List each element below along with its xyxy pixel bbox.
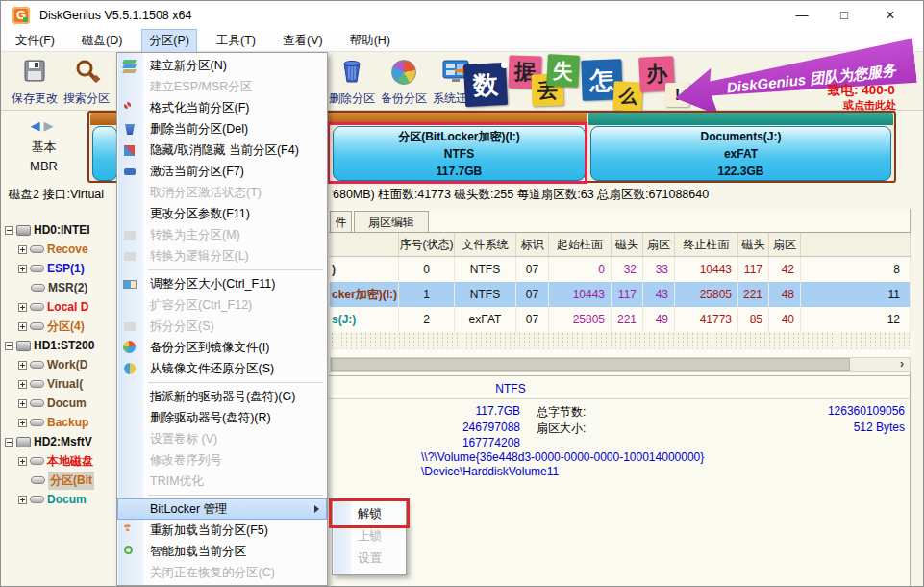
menubar-view[interactable]: 查看(V) bbox=[276, 30, 330, 52]
free-space-row[interactable] bbox=[330, 332, 911, 349]
tree-item-esp[interactable]: ESP(1) bbox=[18, 259, 120, 278]
ad-tile: 么 bbox=[612, 81, 643, 112]
tree-item-recovery[interactable]: Recove bbox=[18, 240, 120, 259]
table-row-selected[interactable]: cker加密)(I:) 1 NTFS 07 10443 117 43 25805… bbox=[330, 282, 911, 307]
app-logo-icon: G bbox=[12, 7, 30, 24]
menu-item-smart-load[interactable]: 智能加载当前分区 bbox=[117, 541, 327, 562]
close-button[interactable]: × bbox=[874, 5, 907, 26]
partition-icon bbox=[30, 245, 44, 253]
save-changes-button[interactable]: 保存更改 bbox=[9, 55, 61, 109]
menubar-partition[interactable]: 分区(P) bbox=[142, 30, 196, 52]
menu-item-delete[interactable]: 删除当前分区(Del) bbox=[117, 118, 327, 140]
expand-icon[interactable] bbox=[18, 419, 27, 427]
expand-icon[interactable] bbox=[18, 245, 27, 254]
tree-item-hd2[interactable]: HD2:MsftV bbox=[5, 432, 120, 451]
tree-item-hd0[interactable]: HD0:INTEI bbox=[5, 220, 120, 240]
partition-icon bbox=[30, 399, 44, 407]
menubar-file[interactable]: 文件(F) bbox=[9, 30, 62, 52]
partition-block-documents[interactable]: Documents(J:) exFAT 122.3GB bbox=[590, 126, 891, 181]
horizontal-scrollbar[interactable]: › bbox=[330, 357, 911, 372]
menu-item-new-partition[interactable]: 建立新分区(N) bbox=[117, 55, 327, 76]
hide-icon bbox=[122, 142, 137, 158]
menu-item-restore-image[interactable]: 从镜像文件还原分区(S) bbox=[117, 358, 327, 379]
next-disk-icon[interactable]: ▶ bbox=[44, 118, 58, 133]
expand-icon[interactable] bbox=[18, 380, 27, 389]
collapse-icon[interactable] bbox=[5, 226, 13, 235]
disk-nav-box: ◀▶ 基本 MBR bbox=[1, 111, 87, 186]
expand-icon[interactable] bbox=[18, 303, 27, 312]
menu-item-assign-letter[interactable]: 指派新的驱动器号(盘符)(G) bbox=[117, 386, 327, 407]
partition-icon bbox=[31, 284, 45, 292]
tree-item-docum2[interactable]: Docum bbox=[18, 490, 120, 509]
partition-icon bbox=[30, 322, 44, 330]
col-end-head: 磁头 bbox=[738, 233, 769, 256]
delete-partition-button[interactable]: 删除分区 bbox=[326, 55, 378, 109]
tree-item-work[interactable]: Work(D bbox=[18, 355, 120, 374]
expand-icon[interactable] bbox=[18, 361, 27, 370]
scroll-right-icon[interactable]: › bbox=[894, 358, 910, 371]
expand-icon[interactable] bbox=[18, 265, 27, 273]
menu-item-reload[interactable]: 重新加载当前分区(F5) bbox=[117, 520, 327, 541]
details-device-path: \Device\HarddiskVolume11 bbox=[421, 465, 559, 478]
partition-name: Documents(J:) bbox=[591, 128, 890, 145]
prev-disk-icon[interactable]: ◀ bbox=[31, 118, 44, 133]
tree-item-msr[interactable]: MSR(2) bbox=[31, 278, 120, 297]
details-volume-guid: \\?\Volume{36e448d3-0000-0000-0000-10001… bbox=[421, 450, 704, 464]
tree-item-virual[interactable]: Virual( bbox=[18, 374, 120, 394]
ad-dot bbox=[501, 62, 508, 68]
unlock-highlight-box bbox=[329, 498, 410, 528]
expand-icon[interactable] bbox=[18, 496, 27, 504]
menu-item-close-recovering: 关闭正在恢复的分区(C) bbox=[117, 562, 327, 583]
menu-item-bitlocker[interactable]: BitLocker 管理 bbox=[117, 498, 327, 520]
submenu-item-settings: 设置 bbox=[333, 548, 406, 570]
partition-block-hidden[interactable] bbox=[92, 126, 117, 181]
expand-icon[interactable] bbox=[18, 322, 27, 331]
table-header: 序号(状态) 文件系统 标识 起始柱面 磁头 扇区 终止柱面 磁头 扇区 bbox=[330, 233, 911, 257]
tree-item-bitlocker-selected[interactable]: 分区(Bit bbox=[31, 471, 120, 490]
minimize-button[interactable]: — bbox=[786, 5, 818, 26]
ad-tile: 数 bbox=[463, 63, 508, 107]
activate-icon bbox=[122, 164, 137, 179]
table-row[interactable]: s(J:) 2 exFAT 07 25805 221 49 41773 85 4… bbox=[330, 307, 911, 332]
expand-icon[interactable] bbox=[18, 399, 27, 408]
tree-item-local-disk[interactable]: Local D bbox=[18, 297, 120, 317]
menubar-tools[interactable]: 工具(T) bbox=[210, 30, 262, 52]
collapse-icon[interactable] bbox=[5, 342, 13, 350]
tree-item-backup[interactable]: Backup bbox=[18, 413, 120, 432]
partition-size: 122.3GB bbox=[591, 163, 890, 180]
ad-tile: 失 bbox=[546, 54, 580, 88]
table-row[interactable]: ) 0 NTFS 07 0 32 33 10443 117 42 8 bbox=[330, 257, 911, 282]
menu-item-hide[interactable]: 隐藏/取消隐藏 当前分区(F4) bbox=[117, 140, 327, 161]
menu-item-deactivate: 取消分区激活状态(T) bbox=[117, 182, 327, 203]
submenu-item-lock: 上锁 bbox=[333, 525, 406, 548]
menu-item-activate[interactable]: 激活当前分区(F7) bbox=[117, 161, 327, 182]
scrollbar-thumb[interactable] bbox=[331, 358, 850, 371]
tree-item-docum1[interactable]: Docum bbox=[18, 394, 120, 413]
details-separator bbox=[329, 375, 911, 376]
menu-item-backup-image[interactable]: 备份分区到镜像文件(I) bbox=[117, 337, 327, 358]
menubar-help[interactable]: 帮助(H) bbox=[343, 30, 397, 52]
disk-info-left: 磁盘2 接口:Virtual bbox=[9, 187, 104, 208]
tab-browse-files[interactable]: 件 bbox=[330, 211, 352, 233]
empty-row bbox=[330, 349, 911, 357]
tab-sector-edit[interactable]: 扇区编辑 bbox=[354, 211, 429, 233]
trash-icon bbox=[339, 59, 364, 84]
restore-image-icon bbox=[122, 361, 137, 376]
col-name bbox=[330, 233, 399, 256]
disk-icon bbox=[16, 437, 31, 447]
menu-item-trim: TRIM优化 bbox=[117, 471, 327, 492]
tree-item-hd1[interactable]: HD1:ST200 bbox=[5, 336, 120, 355]
maximize-button[interactable]: □ bbox=[828, 5, 861, 26]
menu-item-remove-letter[interactable]: 删除驱动器号(盘符)(R) bbox=[117, 407, 327, 428]
tree-item-partition4[interactable]: 分区(4) bbox=[18, 317, 120, 336]
search-partition-button[interactable]: 搜索分区 bbox=[61, 55, 112, 109]
menu-item-resize[interactable]: 调整分区大小(Ctrl_F11) bbox=[117, 273, 327, 294]
menubar-disk[interactable]: 磁盘(D) bbox=[75, 30, 129, 52]
backup-partition-button[interactable]: 备份分区 bbox=[378, 55, 430, 109]
menu-item-change-params[interactable]: 更改分区参数(F11) bbox=[117, 203, 327, 224]
expand-icon[interactable] bbox=[18, 457, 27, 466]
menu-item-format[interactable]: 格式化当前分区(F) bbox=[117, 97, 327, 118]
tree-item-local-disk2[interactable]: 本地磁盘 bbox=[18, 451, 120, 471]
disk-icon bbox=[16, 341, 31, 351]
collapse-icon[interactable] bbox=[5, 438, 13, 447]
